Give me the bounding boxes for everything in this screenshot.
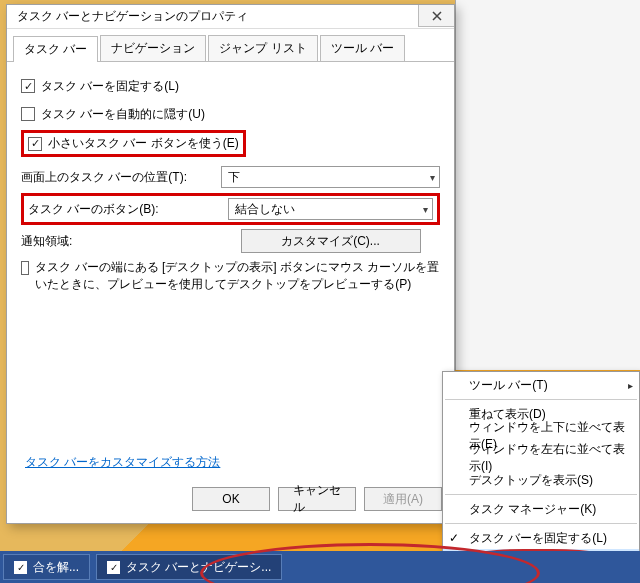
highlight-buttons-row: タスク バーのボタン(B): 結合しない ▾ — [21, 193, 440, 225]
menu-label: タスク バーを固定する(L) — [469, 530, 607, 547]
peek-checkbox[interactable] — [21, 261, 29, 275]
tab-label: ジャンプ リスト — [219, 41, 306, 55]
buttons-select[interactable]: 結合しない ▾ — [228, 198, 433, 220]
position-select[interactable]: 下 ▾ — [221, 166, 440, 188]
menu-lock-taskbar[interactable]: ✓タスク バーを固定する(L) — [443, 527, 639, 549]
menu-toolbar[interactable]: ツール バー(T) — [443, 374, 639, 396]
chevron-down-icon: ▾ — [423, 204, 428, 215]
dialog-button-bar: OK キャンセル 適用(A) — [192, 487, 442, 511]
lock-taskbar-label: タスク バーを固定する(L) — [41, 78, 179, 95]
tab-label: ナビゲーション — [111, 41, 195, 55]
customize-link[interactable]: タスク バーをカスタマイズする方法 — [25, 454, 220, 471]
small-buttons-label: 小さいタスク バー ボタンを使う(E) — [48, 135, 239, 152]
taskbar-button-label: 合を解... — [33, 559, 79, 576]
apply-label: 適用(A) — [383, 491, 423, 508]
taskbar-button-2[interactable]: ✓ タスク バーとナビゲーシ... — [96, 554, 282, 580]
taskbar-app-icon: ✓ — [14, 561, 27, 574]
highlight-small-buttons: 小さいタスク バー ボタンを使う(E) — [21, 130, 246, 157]
taskbar-pane: タスク バーを固定する(L) タスク バーを自動的に隠す(U) 小さいタスク バ… — [7, 62, 454, 305]
cancel-button[interactable]: キャンセル — [278, 487, 356, 511]
lock-taskbar-checkbox[interactable] — [21, 79, 35, 93]
check-icon: ✓ — [449, 531, 459, 545]
peek-label: タスク バーの端にある [デスクトップの表示] ボタンにマウス カーソルを置いた… — [35, 259, 440, 293]
taskbar-context-menu: ツール バー(T) 重ねて表示(D) ウィンドウを上下に並べて表示(E) ウィン… — [442, 371, 640, 574]
chevron-down-icon: ▾ — [430, 172, 435, 183]
buttons-value: 結合しない — [235, 201, 295, 218]
close-button[interactable] — [418, 5, 454, 27]
apply-button[interactable]: 適用(A) — [364, 487, 442, 511]
notify-label: 通知領域: — [21, 233, 221, 250]
cancel-label: キャンセル — [293, 482, 341, 516]
tabstrip: タスク バー ナビゲーション ジャンプ リスト ツール バー — [7, 29, 454, 62]
tab-label: タスク バー — [24, 42, 87, 56]
tab-taskbar[interactable]: タスク バー — [13, 36, 98, 62]
menu-label: ツール バー(T) — [469, 377, 548, 394]
small-buttons-checkbox[interactable] — [28, 137, 42, 151]
menu-show-desktop[interactable]: デスクトップを表示(S) — [443, 469, 639, 491]
tab-label: ツール バー — [331, 41, 394, 55]
tab-jumplist[interactable]: ジャンプ リスト — [208, 35, 317, 61]
menu-separator — [445, 523, 637, 524]
menu-task-manager[interactable]: タスク マネージャー(K) — [443, 498, 639, 520]
link-text: タスク バーをカスタマイズする方法 — [25, 455, 220, 469]
autohide-label: タスク バーを自動的に隠す(U) — [41, 106, 205, 123]
position-label: 画面上のタスク バーの位置(T): — [21, 169, 221, 186]
taskbar-app-icon: ✓ — [107, 561, 120, 574]
customize-label: カスタマイズ(C)... — [281, 233, 380, 250]
menu-tile-horizontal[interactable]: ウィンドウを左右に並べて表示(I) — [443, 447, 639, 469]
ok-label: OK — [222, 492, 239, 506]
menu-label: デスクトップを表示(S) — [469, 472, 593, 489]
buttons-label: タスク バーのボタン(B): — [28, 201, 228, 218]
tab-navigation[interactable]: ナビゲーション — [100, 35, 206, 61]
titlebar[interactable]: タスク バーとナビゲーションのプロパティ — [7, 5, 454, 29]
taskbar-properties-dialog: タスク バーとナビゲーションのプロパティ タスク バー ナビゲーション ジャンプ… — [6, 4, 455, 524]
taskbar[interactable]: ✓ 合を解... ✓ タスク バーとナビゲーシ... — [0, 551, 640, 583]
menu-separator — [445, 494, 637, 495]
menu-separator — [445, 399, 637, 400]
position-value: 下 — [228, 169, 240, 186]
menu-label: タスク マネージャー(K) — [469, 501, 596, 518]
autohide-checkbox[interactable] — [21, 107, 35, 121]
taskbar-button-label: タスク バーとナビゲーシ... — [126, 559, 271, 576]
tab-toolbar[interactable]: ツール バー — [320, 35, 405, 61]
customize-button[interactable]: カスタマイズ(C)... — [241, 229, 421, 253]
window-title: タスク バーとナビゲーションのプロパティ — [17, 8, 248, 25]
close-icon — [432, 11, 442, 21]
ok-button[interactable]: OK — [192, 487, 270, 511]
taskbar-button-1[interactable]: ✓ 合を解... — [3, 554, 90, 580]
